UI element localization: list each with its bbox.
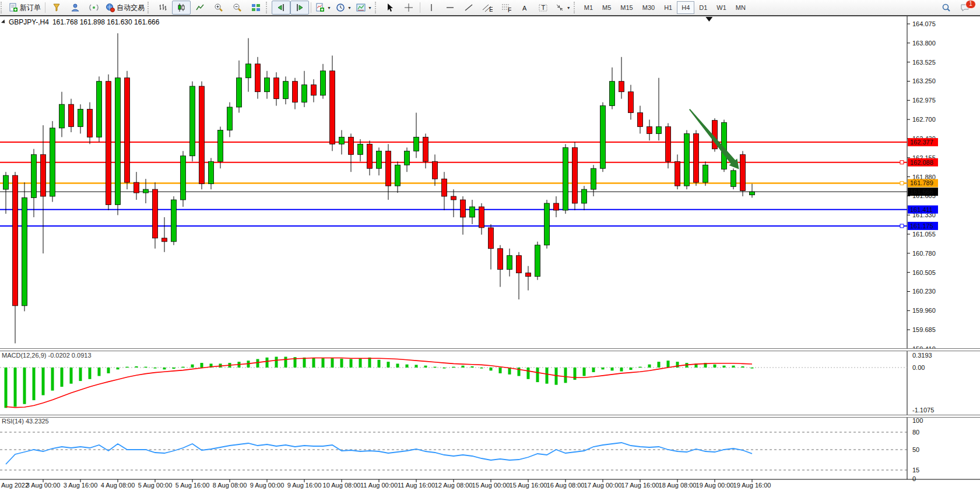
candle (78, 109, 83, 127)
macd-pane-separator[interactable] (0, 348, 980, 351)
rsi-name: RSI(14) (2, 418, 24, 425)
candle (3, 175, 9, 189)
macd-histogram-bar (312, 358, 315, 368)
candle (610, 82, 615, 106)
toolbar-grip[interactable] (1, 2, 6, 13)
gold-funnel-icon (52, 3, 61, 12)
price-tick-label: 163.250 (912, 77, 936, 84)
crosshair-button[interactable] (399, 1, 418, 15)
candle (339, 137, 345, 144)
new-order-button[interactable]: 新订单 (6, 1, 43, 15)
signal-icon (89, 3, 99, 12)
candle (656, 126, 662, 133)
cursor-button[interactable] (381, 1, 399, 15)
toolbar-separator (311, 2, 311, 13)
shift-end-button[interactable] (272, 1, 290, 15)
macd-histogram-bar (135, 366, 138, 368)
price-tick-label: 162.975 (912, 97, 936, 104)
macd-histogram-bar (117, 368, 120, 369)
macd-histogram-bar (518, 368, 521, 376)
line-chart-icon (195, 3, 205, 12)
candlestick-icon (177, 3, 186, 12)
fibonacci-button[interactable]: F (497, 1, 515, 15)
macd-histogram-bar (154, 368, 157, 369)
price-tick-label: 159.960 (912, 307, 936, 314)
market-watch-button[interactable] (47, 1, 66, 15)
timeframe-H1[interactable]: H1 (659, 1, 677, 14)
timeframe-MN[interactable]: MN (731, 1, 750, 14)
arrows-shapes-button[interactable]: ▼ (553, 1, 573, 15)
templates-button[interactable]: ▼ (354, 1, 374, 15)
profile-button[interactable] (66, 1, 85, 15)
auto-scroll-button[interactable] (290, 1, 309, 15)
rsi-pane-separator[interactable] (0, 415, 980, 418)
toolbar-grip[interactable] (266, 2, 271, 13)
toolbar-grip[interactable] (147, 2, 153, 13)
macd-histogram-bar (275, 357, 278, 368)
search-button[interactable] (937, 1, 956, 15)
candle (171, 200, 177, 242)
toolbar-grip[interactable] (375, 2, 380, 13)
candle (750, 192, 755, 195)
periods-button[interactable]: ▼ (333, 1, 354, 15)
line-drag-handle[interactable] (900, 161, 904, 164)
toolbar-grip[interactable] (574, 2, 579, 13)
timeframe-M5[interactable]: M5 (598, 1, 616, 14)
timeframe-M15[interactable]: M15 (616, 1, 637, 14)
chart-ohlc-values: 161.768 161.898 161.630 161.666 (52, 18, 160, 26)
date-label: 12 Aug 08:00 (435, 482, 473, 489)
candle (330, 71, 335, 144)
candle (572, 147, 578, 203)
macd-histogram-bar (527, 368, 530, 379)
candle (199, 86, 205, 183)
macd-histogram-bar (452, 367, 455, 368)
resistance-price-label: 162.377 (910, 139, 933, 146)
candle (470, 207, 475, 217)
candlestick-chart-button[interactable] (172, 1, 191, 15)
trendline-button[interactable] (459, 1, 478, 15)
macd-signal-value: 0.0913 (72, 352, 92, 359)
macd-histogram-bar (145, 367, 147, 368)
auto-trading-button[interactable]: 自动交易 (103, 1, 147, 15)
candle (302, 85, 307, 103)
macd-histogram-bar (723, 366, 726, 368)
notifications-button[interactable]: 1 (956, 1, 974, 15)
timeframe-W1[interactable]: W1 (712, 1, 731, 14)
zoom-in-button[interactable] (209, 1, 228, 15)
tile-windows-button[interactable] (247, 1, 265, 15)
timeframe-D1[interactable]: D1 (694, 1, 712, 14)
macd-histogram-bar (406, 365, 409, 368)
candle (255, 64, 261, 92)
zoom-out-button[interactable] (228, 1, 247, 15)
candle (545, 203, 550, 245)
line-chart-button[interactable] (191, 1, 209, 15)
vertical-line-button[interactable] (422, 1, 441, 15)
text-label-button[interactable]: T (534, 1, 553, 15)
rsi-value: 43.2325 (26, 418, 49, 425)
timeframe-H4[interactable]: H4 (677, 1, 694, 14)
text-button[interactable]: A (515, 1, 534, 15)
time-marker-icon (705, 17, 712, 22)
rsi-tick-label: 15 (912, 467, 919, 474)
candle (582, 189, 587, 203)
horizontal-line-button[interactable] (441, 1, 459, 15)
timeframe-M30[interactable]: M30 (638, 1, 659, 14)
new-order-icon (9, 3, 18, 12)
macd-histogram-bar (89, 368, 92, 379)
candle (69, 104, 74, 126)
trendline-icon (464, 3, 473, 12)
fibonacci-icon: F (501, 3, 511, 12)
macd-tick-label: -1.1075 (912, 407, 934, 414)
equidistant-channel-button[interactable]: E (478, 1, 497, 15)
macd-histogram-bar (61, 368, 64, 387)
line-drag-handle[interactable] (900, 224, 904, 228)
timeframe-M1[interactable]: M1 (579, 1, 598, 14)
macd-histogram-bar (163, 368, 166, 369)
macd-main-value: -0.0202 (48, 352, 69, 359)
indicators-button[interactable]: ▼ (313, 1, 333, 15)
line-drag-handle[interactable] (900, 181, 904, 185)
label-icon: T (538, 3, 549, 12)
candle (13, 175, 18, 306)
bar-chart-button[interactable] (153, 1, 172, 15)
signals-button[interactable] (85, 1, 103, 15)
